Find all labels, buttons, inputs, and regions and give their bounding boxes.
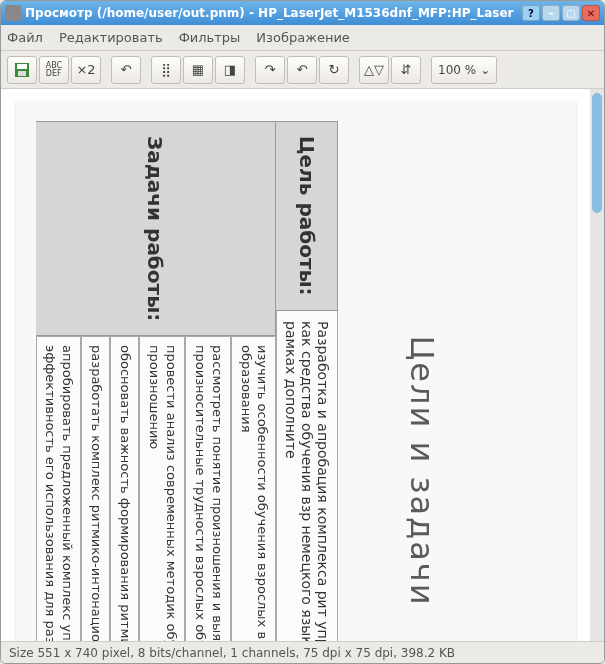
task-cell: рассмотреть понятие произношения и выяви… [185,336,231,641]
rotate-ccw-button[interactable]: ↶ [287,56,317,84]
task-cell: обосновать важность формирования ритмико… [110,336,139,641]
goal-row: Цель работы: Разработка и апробация комп… [276,121,338,641]
scrollbar-track[interactable] [590,89,604,641]
task-cell: провести анализ современных методик обуч… [139,336,185,641]
svg-rect-2 [18,71,26,76]
tasks-row: Задачи работы: изучить особенности обуче… [36,121,277,641]
mirror-h-icon: △▽ [364,62,384,77]
rotate-cw-icon: ↷ [265,62,276,77]
zoom-2x-button[interactable]: ×2 [71,56,101,84]
toolbar: ABC DEF ×2 ↶ ⣿ ▦ ◨ ↷ ↶ ↻ △▽ ⇵ 100 % ⌄ [1,51,604,89]
zoom-2x-label: ×2 [76,62,95,77]
minimize-button[interactable]: – [542,5,560,21]
grid-button[interactable]: ▦ [183,56,213,84]
mirror-v-button[interactable]: ⇵ [391,56,421,84]
contrast-button[interactable]: ◨ [215,56,245,84]
mirror-v-icon: ⇵ [401,62,412,77]
ocr-button[interactable]: ABC DEF [39,56,69,84]
undo-button[interactable]: ↶ [111,56,141,84]
menu-file[interactable]: Файл [7,30,43,45]
task-cell: апробировать предложенный комплекс упраж… [36,336,82,641]
goal-label: Цель работы: [276,121,338,311]
goal-text: Разработка и апробация комплекса рит упр… [276,311,338,641]
menu-image[interactable]: Изображение [256,30,349,45]
rotate-180-button[interactable]: ↻ [319,56,349,84]
tasks-body: изучить особенности обучения взрослых в … [36,336,277,641]
task-cell: разработать комплекс ритмико-интонационн… [81,336,110,641]
tasks-label: Задачи работы: [36,121,277,336]
window-title: Просмотр (/home/user/out.pnm) - HP_Laser… [25,6,520,20]
svg-rect-1 [17,64,27,69]
contrast-icon: ◨ [224,62,236,77]
help-button[interactable]: ? [522,5,540,21]
task-cell: изучить особенности обучения взрослых в … [231,336,277,641]
close-button[interactable]: ✕ [582,5,600,21]
despeckle-icon: ⣿ [161,62,171,77]
zoom-dropdown[interactable]: 100 % ⌄ [431,56,497,84]
floppy-icon [13,61,31,79]
rotate-cw-button[interactable]: ↷ [255,56,285,84]
scanned-page: Цели и задачи Цель работы: Разработка и … [16,101,576,641]
page-viewport[interactable]: Цели и задачи Цель работы: Разработка и … [1,89,590,641]
titlebar: Просмотр (/home/user/out.pnm) - HP_Laser… [1,1,604,25]
grid-icon: ▦ [192,62,204,77]
rotate-180-icon: ↻ [329,62,340,77]
app-icon [5,5,21,21]
statusbar: Size 551 x 740 pixel, 8 bits/channel, 1 … [1,641,604,663]
scrollbar-thumb[interactable] [592,93,602,213]
document-heading: Цели и задачи [403,336,441,607]
despeckle-button[interactable]: ⣿ [151,56,181,84]
menu-edit[interactable]: Редактировать [59,30,163,45]
status-text: Size 551 x 740 pixel, 8 bits/channel, 1 … [9,646,455,660]
content-area: Цели и задачи Цель работы: Разработка и … [1,89,604,641]
main-window: Просмотр (/home/user/out.pnm) - HP_Laser… [0,0,605,664]
maximize-button[interactable]: ▢ [562,5,580,21]
zoom-value: 100 % [438,63,476,77]
vertical-scrollbar[interactable] [590,89,604,641]
undo-icon: ↶ [121,62,132,77]
save-button[interactable] [7,56,37,84]
chevron-down-icon: ⌄ [480,63,490,77]
menubar: Файл Редактировать Фильтры Изображение [1,25,604,51]
rotate-ccw-icon: ↶ [297,62,308,77]
document-table: Цель работы: Разработка и апробация комп… [36,121,339,641]
ocr-label: ABC DEF [46,62,62,78]
mirror-h-button[interactable]: △▽ [359,56,389,84]
menu-filters[interactable]: Фильтры [179,30,241,45]
